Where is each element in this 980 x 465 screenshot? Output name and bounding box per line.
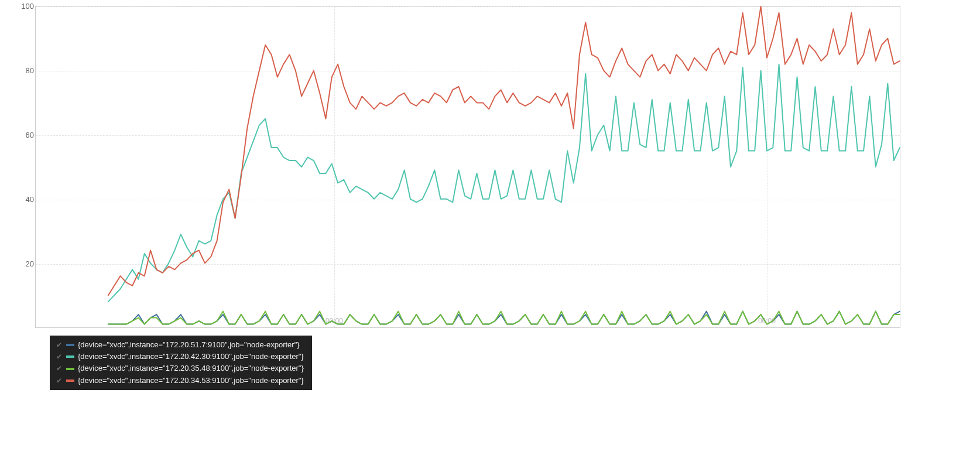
legend-label-3: {device="xvdc",instance="172.20.34.53:91… [78,375,304,386]
plot-area[interactable]: 00:00 06:00 [35,6,900,328]
legend-swatch-0 [66,344,74,346]
legend-label-0: {device="xvdc",instance="172.20.51.7:910… [78,340,300,350]
legend-item-2[interactable]: ✔ {device="xvdc",instance="172.20.35.48:… [56,363,304,374]
legend-swatch-2 [66,368,74,370]
legend-item-1[interactable]: ✔ {device="xvdc",instance="172.20.42.30:… [56,351,304,363]
ytick-40: 40 [18,195,34,204]
ytick-60: 60 [18,131,34,139]
check-icon: ✔ [56,375,63,386]
legend-swatch-3 [66,379,74,382]
legend-label-2: {device="xvdc",instance="172.20.35.48:91… [78,363,304,374]
legend: ✔ {device="xvdc",instance="172.20.51.7:9… [50,336,312,390]
ytick-100: 100 [18,2,34,11]
legend-item-3[interactable]: ✔ {device="xvdc",instance="172.20.34.53:… [56,375,304,387]
chart-lines [36,6,900,327]
check-icon: ✔ [56,351,63,362]
legend-label-1: {device="xvdc",instance="172.20.42.30:91… [78,351,304,362]
check-icon: ✔ [56,363,63,374]
ytick-80: 80 [18,66,34,75]
check-icon: ✔ [56,340,63,350]
chart-container: 20 40 60 80 100 00:00 06:00 [18,6,900,328]
legend-swatch-1 [66,355,74,358]
legend-item-0[interactable]: ✔ {device="xvdc",instance="172.20.51.7:9… [56,339,304,351]
ytick-20: 20 [18,259,34,268]
